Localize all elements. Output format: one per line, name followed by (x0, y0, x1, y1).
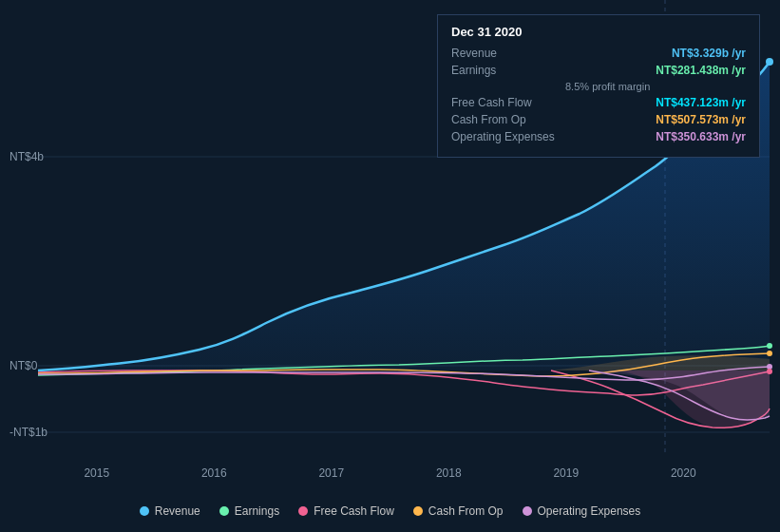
x-label-2016: 2016 (201, 466, 227, 480)
tooltip-label-opex: Operating Expenses (451, 130, 565, 143)
tooltip-title: Dec 31 2020 (451, 25, 746, 39)
tooltip-label-fcf: Free Cash Flow (451, 96, 565, 109)
legend-item-opex[interactable]: Operating Expenses (523, 504, 641, 518)
svg-point-6 (767, 351, 772, 356)
legend-item-earnings[interactable]: Earnings (219, 504, 279, 518)
legend-item-revenue[interactable]: Revenue (140, 504, 200, 518)
legend-item-cfo[interactable]: Cash From Op (413, 504, 504, 518)
legend-dot-earnings (219, 506, 229, 516)
y-label-4b: NT$4b (10, 150, 44, 163)
legend-label-fcf: Free Cash Flow (314, 504, 394, 518)
chart-legend: Revenue Earnings Free Cash Flow Cash Fro… (0, 504, 780, 518)
legend-label-revenue: Revenue (155, 504, 200, 518)
x-label-2019: 2019 (553, 466, 579, 480)
svg-point-5 (766, 58, 773, 66)
legend-label-opex: Operating Expenses (538, 504, 641, 518)
x-label-2015: 2015 (84, 466, 109, 480)
svg-point-9 (767, 343, 772, 349)
svg-point-8 (767, 369, 772, 374)
tooltip-label-cfo: Cash From Op (451, 113, 565, 126)
legend-label-earnings: Earnings (235, 504, 279, 518)
tooltip-row-cfo: Cash From Op NT$507.573m /yr (451, 113, 746, 126)
tooltip-value-cfo: NT$507.573m /yr (656, 113, 746, 126)
tooltip-sub-margin: 8.5% profit margin (565, 81, 746, 92)
tooltip-row-fcf: Free Cash Flow NT$437.123m /yr (451, 96, 746, 109)
data-tooltip: Dec 31 2020 Revenue NT$3.329b /yr Earnin… (437, 14, 760, 158)
legend-dot-fcf (298, 506, 308, 516)
tooltip-value-revenue: NT$3.329b /yr (672, 47, 746, 60)
legend-label-cfo: Cash From Op (428, 504, 504, 518)
legend-dot-revenue (140, 506, 149, 516)
tooltip-value-opex: NT$350.633m /yr (656, 130, 746, 143)
y-label-neg1b: -NT$1b (10, 426, 48, 439)
x-axis-labels: 2015 2016 2017 2018 2019 2020 (0, 466, 780, 480)
x-label-2020: 2020 (671, 466, 696, 480)
y-label-0: NT$0 (10, 359, 37, 372)
tooltip-row-opex: Operating Expenses NT$350.633m /yr (451, 130, 746, 143)
tooltip-row-revenue: Revenue NT$3.329b /yr (451, 47, 746, 60)
tooltip-value-earnings: NT$281.438m /yr (656, 64, 746, 77)
x-label-2017: 2017 (318, 466, 344, 480)
legend-item-fcf[interactable]: Free Cash Flow (298, 504, 394, 518)
legend-dot-cfo (413, 506, 423, 516)
tooltip-label-revenue: Revenue (451, 47, 565, 60)
tooltip-label-earnings: Earnings (451, 64, 565, 77)
tooltip-row-earnings: Earnings NT$281.438m /yr (451, 64, 746, 77)
legend-dot-opex (523, 506, 532, 516)
tooltip-value-fcf: NT$437.123m /yr (656, 96, 746, 109)
x-label-2018: 2018 (436, 466, 462, 480)
